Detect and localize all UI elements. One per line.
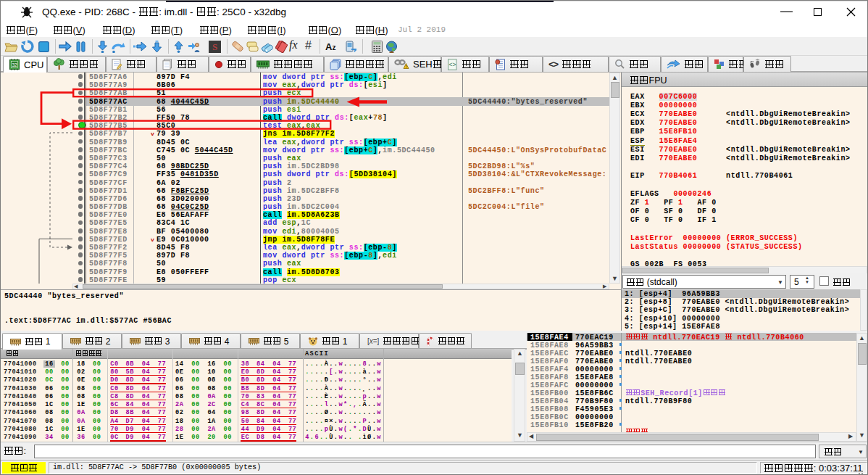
svg-text:S: S [212,41,217,52]
svg-text:32: 32 [12,62,17,67]
svg-text:<>: <> [449,61,456,68]
